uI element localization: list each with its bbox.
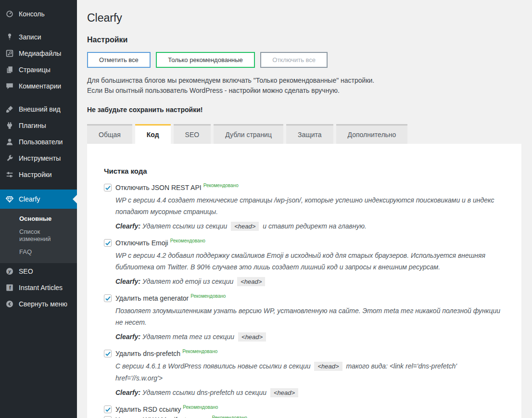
recommended-badge: Рекомендовано (170, 238, 205, 243)
setting-item: Отключить EmojiРекомендованоWP с версии … (104, 239, 505, 288)
checkbox[interactable] (104, 416, 112, 418)
sidebar-item-label: Настройки (19, 170, 52, 179)
setting-label[interactable]: Удалить meta generator (115, 294, 189, 302)
sidebar-item-свернуть-меню[interactable]: Свернуть меню (0, 296, 77, 312)
setting-label[interactable]: Удалить RSD ссылку (115, 405, 181, 413)
tools-icon (5, 154, 14, 163)
svg-text:y: y (8, 268, 11, 274)
disable-all-button[interactable]: Отключить все (260, 52, 328, 68)
setting-clearfy-note: Clearfy: Удаляет ссылки из секции <head>… (115, 220, 505, 232)
settings-icon (5, 170, 14, 179)
users-icon (5, 138, 14, 146)
tab-дополнительно[interactable]: Дополнительно (336, 124, 408, 144)
sidebar-item-страницы[interactable]: Страницы (0, 62, 77, 78)
sidebar-item-label: Clearfy (19, 195, 40, 203)
setting-clearfy-note: Clearfy: Удаляет код emoji из секции <he… (115, 276, 505, 288)
setting-clearfy-note: Clearfy: Удаляет ссылки dns-prefetch из … (115, 387, 505, 399)
recommended-badge: Рекомендовано (190, 293, 226, 299)
setting-label[interactable]: Отключить JSON REST API (115, 184, 202, 191)
plugins-icon (5, 121, 14, 130)
sidebar-item-консоль[interactable]: Консоль (0, 6, 77, 22)
pin-icon (5, 33, 14, 41)
sidebar-item-медиафайлы[interactable]: Медиафайлы (0, 45, 77, 62)
svg-text:f: f (9, 285, 11, 291)
setting-item: Удалить WLW Manifest ссылкуРекомендовано (104, 416, 505, 418)
setting-label[interactable]: Удалить dns-prefetch (115, 350, 180, 357)
collapse-icon (5, 300, 14, 308)
dashboard-icon (5, 10, 14, 18)
settings-panel: Чистка кода Отключить JSON REST APIРеком… (87, 144, 521, 418)
code-chip: <head> (270, 388, 298, 397)
sidebar-item-label: Пользователи (19, 138, 63, 146)
clearfy-prefix: Clearfy: (115, 278, 140, 285)
sidebar-item-комментарии[interactable]: Комментарии (0, 78, 77, 94)
settings-heading: Настройки (87, 36, 522, 44)
sidebar-item-label: Медиафайлы (19, 49, 61, 58)
page-title: Clearfy (87, 11, 522, 25)
submenu-item-faq[interactable]: FAQ (0, 245, 77, 258)
bulk-buttons-row: Отметить все Только рекомендованные Откл… (87, 52, 522, 68)
panel-heading: Чистка кода (104, 167, 505, 175)
setting-item: Отключить JSON REST APIРекомендованоWP с… (104, 184, 505, 232)
sidebar-item-label: SEO (19, 267, 33, 276)
clearfy-prefix: Clearfy: (115, 222, 140, 230)
code-chip: <head> (237, 277, 265, 286)
sidebar-item-плагины[interactable]: Плагины (0, 117, 77, 134)
submenu-item-основные[interactable]: Основные (0, 212, 77, 225)
media-icon (5, 49, 14, 58)
tab-общая[interactable]: Общая (87, 124, 132, 144)
instant-articles-icon: f (5, 283, 14, 292)
sidebar-item-label: Инструменты (19, 154, 61, 163)
sidebar-item-label: Плагины (19, 121, 46, 130)
seo-icon: y (5, 267, 14, 276)
sidebar-item-clearfy[interactable]: Clearfy (0, 190, 77, 209)
intro-text: Для большинства блогов мы рекомендуем вк… (87, 76, 522, 96)
setting-description: С версии 4.6.1 в WordPress появились нов… (115, 360, 505, 384)
submenu-item-список-изменений[interactable]: Список изменений (0, 225, 77, 245)
tab-код[interactable]: Код (135, 124, 171, 144)
code-chip: <head> (314, 362, 342, 371)
checkbox[interactable] (104, 294, 112, 302)
sidebar-item-seo[interactable]: ySEO (0, 263, 77, 279)
tab-seo[interactable]: SEO (174, 124, 211, 144)
sidebar-item-label: Записи (19, 33, 41, 41)
setting-item: Удалить meta generatorРекомендованоПозво… (104, 294, 505, 343)
setting-description: Позволяет злоумышленникам узнать версию … (115, 305, 505, 328)
clearfy-submenu: ОсновныеСписок измененийFAQ (0, 209, 77, 263)
setting-label[interactable]: Удалить WLW Manifest ссылку (115, 416, 210, 418)
recommended-badge: Рекомендовано (182, 349, 217, 354)
checkbox[interactable] (104, 350, 112, 357)
pages-icon (5, 65, 14, 74)
recommended-badge: Рекомендовано (212, 415, 247, 418)
recommended-badge: Рекомендовано (203, 183, 239, 188)
sidebar-item-пользователи[interactable]: Пользователи (0, 134, 77, 150)
checkbox[interactable] (104, 405, 112, 413)
code-chip: <head> (238, 332, 266, 342)
sidebar-item-настройки[interactable]: Настройки (0, 166, 77, 183)
comments-icon (5, 82, 14, 90)
setting-description: WP с версии 4.2 добавил поддержку смайли… (115, 250, 505, 273)
setting-item: Удалить RSD ссылкуРекомендовано (104, 405, 505, 413)
setting-item: Удалить dns-prefetchРекомендованоС верси… (104, 350, 505, 399)
only-recommended-button[interactable]: Только рекомендованные (156, 52, 255, 68)
select-all-button[interactable]: Отметить все (87, 52, 151, 68)
sidebar-item-инструменты[interactable]: Инструменты (0, 150, 77, 166)
intro-line-2: Если Вы опытный пользователь WordPress -… (87, 87, 340, 94)
appearance-icon (5, 105, 14, 114)
recommended-badge: Рекомендовано (183, 405, 218, 410)
settings-list: Отключить JSON REST APIРекомендованоWP с… (104, 184, 505, 418)
checkbox[interactable] (104, 239, 112, 247)
setting-label[interactable]: Отключить Emoji (115, 239, 168, 247)
settings-tabs: ОбщаяКодSEOДубли страницЗащитаДополнител… (87, 124, 522, 144)
sidebar-item-label: Комментарии (19, 82, 61, 90)
tab-дубли-страниц[interactable]: Дубли страниц (214, 124, 283, 144)
content-area: Clearfy Настройки Отметить все Только ре… (77, 0, 532, 418)
intro-line-1: Для большинства блогов мы рекомендуем вк… (87, 76, 374, 84)
checkbox[interactable] (104, 184, 112, 191)
sidebar-item-label: Внешний вид (19, 105, 61, 114)
clearfy-icon (5, 195, 14, 203)
sidebar-item-внешний-вид[interactable]: Внешний вид (0, 101, 77, 117)
tab-защита[interactable]: Защита (286, 124, 333, 144)
sidebar-item-записи[interactable]: Записи (0, 29, 77, 45)
sidebar-item-instant-articles[interactable]: fInstant Articles (0, 279, 77, 296)
